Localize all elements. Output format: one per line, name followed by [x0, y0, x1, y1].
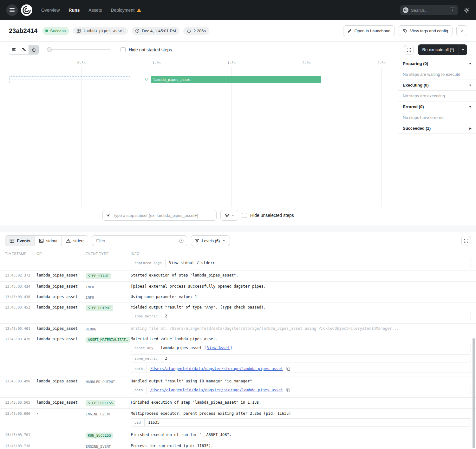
hide-not-started-checkbox[interactable] [121, 47, 126, 52]
view-asset-link[interactable]: [View Asset] [205, 346, 232, 350]
tab-label: Events [17, 238, 30, 243]
metadata-value: /Users/alangenfeld/data/dagster/storage/… [147, 365, 294, 373]
events-scrollbar[interactable] [473, 338, 475, 448]
event-type-tag: INFO [86, 285, 94, 289]
tab-stderr[interactable]: stderr [62, 236, 88, 246]
gantt-flat-view-button[interactable] [9, 45, 19, 55]
sidebar-section-header[interactable]: Succeeded (1)▶ [398, 123, 476, 134]
open-launchpad-button[interactable]: Open in Launchpad [343, 25, 395, 36]
graph-query-layers-button[interactable] [220, 210, 238, 221]
nav-item-runs[interactable]: Runs [68, 8, 80, 13]
nav-item-label: Runs [68, 8, 80, 13]
run-actions-chevron-button[interactable] [456, 25, 467, 36]
step-subset-inputbox[interactable] [102, 210, 217, 221]
table-row: 13:45:03.424lambda_pipes_assetINFO[pipes… [0, 282, 476, 292]
metadata-entry: path/Users/alangenfeld/data/dagster/stor… [131, 365, 471, 373]
event-message: Process for run exited (pid: 11635). [131, 443, 476, 448]
copy-icon[interactable] [286, 367, 290, 371]
event-type-cell: ASSET_MATERIALIZAT… [86, 336, 131, 374]
log-filter-box[interactable] [92, 235, 187, 246]
filter-clear-icon[interactable] [179, 238, 184, 243]
hide-unselected-checkbox[interactable] [242, 213, 247, 218]
tab-events[interactable]: Events [5, 236, 35, 246]
event-timestamp: 13:45:03.498 [5, 379, 36, 395]
axis-tick-label: 0.5s [77, 61, 86, 65]
gantt-waterfall-view-button[interactable] [19, 45, 29, 55]
event-message: Writing file at: /Users/alangenfeld/data… [131, 326, 476, 331]
tag-icon [403, 29, 408, 33]
tab-stdout[interactable]: stdout [35, 236, 62, 246]
gantt-waiting-region [10, 76, 130, 83]
waterfall-view-icon [22, 47, 26, 52]
search-box[interactable]: / [400, 5, 458, 15]
gantt-step-bar[interactable]: lambda_pipes_asset [151, 76, 321, 83]
sidebar-section-header[interactable]: Executing (0)▼ [398, 80, 476, 91]
stopwatch-icon [187, 29, 191, 33]
nav-item-assets[interactable]: Assets [88, 8, 102, 13]
timed-view-stopwatch-icon [31, 47, 36, 52]
metadata-path-link[interactable]: /Users/alangenfeld/data/dagster/storage/… [150, 367, 283, 371]
log-filter-input[interactable] [96, 238, 177, 243]
reexecute-options-caret[interactable]: ▾ [459, 44, 467, 55]
chevron-down-icon [222, 239, 226, 243]
console-icon [39, 238, 44, 243]
settings-gear-icon[interactable] [464, 7, 470, 13]
search-input[interactable] [411, 8, 447, 13]
event-op: lambda_pipes_asset [36, 400, 86, 406]
event-timestamp [5, 259, 36, 268]
funnel-icon [195, 239, 199, 243]
event-timestamp: 13:45:03.696 [5, 411, 36, 427]
dagster-logo[interactable] [21, 4, 32, 16]
hide-not-started-label: Hide not started steps [129, 47, 172, 52]
event-timestamp: 13:45:02.372 [5, 273, 36, 279]
table-row: 13:45:03.716-ENGINE_EVENTProcess for run… [0, 441, 476, 449]
menu-button[interactable] [6, 4, 18, 16]
metadata-key: some_metric [131, 312, 161, 320]
panel-resizer-handle[interactable] [0, 225, 476, 232]
step-subset-input[interactable] [113, 213, 213, 218]
nav-item-deployment[interactable]: Deployment [111, 8, 141, 13]
gridline [157, 67, 157, 207]
event-message: Finished execution of step "lambda_pipes… [131, 400, 476, 405]
zoom-slider[interactable] [47, 45, 110, 55]
view-tags-config-button[interactable]: View tags and config [399, 25, 453, 36]
event-message: Handled output "result" using IO manager… [131, 379, 476, 384]
levels-label: Levels (6) [202, 238, 220, 243]
op-selector-icon [106, 213, 110, 218]
event-timestamp: 13:45:03.505 [5, 400, 36, 406]
event-info-cell: [pipes] external process successfully op… [131, 284, 476, 290]
event-type-tag: STEP_OUTPUT [86, 305, 113, 311]
sidebar-section-header[interactable]: Errored (0)▼ [398, 101, 476, 112]
gantt-chart: 0.5s1.0s1.5s2.0s2.5s lambda_pipes_asset [0, 58, 398, 225]
event-info-cell: Yielded output "result" of type "Any". (… [131, 305, 476, 321]
event-info-cell: Multiprocess executor: parent process ex… [131, 411, 476, 427]
levels-filter-button[interactable]: Levels (6) [191, 235, 230, 246]
zoom-slider-knob[interactable] [47, 47, 52, 52]
event-timestamp: 13:45:03.470 [5, 336, 36, 374]
metadata-value: View stdout / stderr [166, 259, 218, 267]
metadata-entry: pid11635 [131, 418, 471, 426]
copy-icon[interactable] [286, 388, 290, 392]
event-type-cell: STEP_OUTPUT [86, 305, 131, 321]
sidebar-section-header[interactable]: Preparing (0)▼ [398, 58, 476, 69]
log-fullscreen-button[interactable] [461, 236, 471, 245]
asset-tag[interactable]: lambda_pipes_asset [73, 27, 128, 35]
gantt-fullscreen-button[interactable] [404, 45, 414, 55]
event-op: lambda_pipes_asset [36, 294, 86, 300]
metadata-key: path [131, 386, 147, 394]
event-op: lambda_pipes_asset [36, 284, 86, 290]
nav-item-overview[interactable]: Overview [41, 8, 60, 13]
event-type-cell: ENGINE_EVENT [86, 411, 131, 427]
table-row: captured_logsView stdout / stderr [0, 258, 476, 270]
table-icon [10, 238, 14, 243]
event-op: lambda_pipes_asset [36, 305, 86, 321]
metadata-value: 11635 [145, 419, 163, 426]
axis-tick-label: 1.0s [152, 61, 161, 65]
gantt-timed-view-button[interactable] [29, 45, 39, 55]
duration-tag: 2.286s [183, 27, 209, 35]
gantt-step-start-marker [145, 78, 148, 81]
reexecute-all-button[interactable]: Re-execute all (*) [418, 44, 459, 55]
table-row: 13:45:02.372lambda_pipes_assetSTEP_START… [0, 270, 476, 282]
metadata-path-link[interactable]: /Users/alangenfeld/data/dagster/storage/… [150, 388, 283, 392]
event-info-cell: Finished execution of run for "__ASSET_J… [131, 432, 476, 439]
